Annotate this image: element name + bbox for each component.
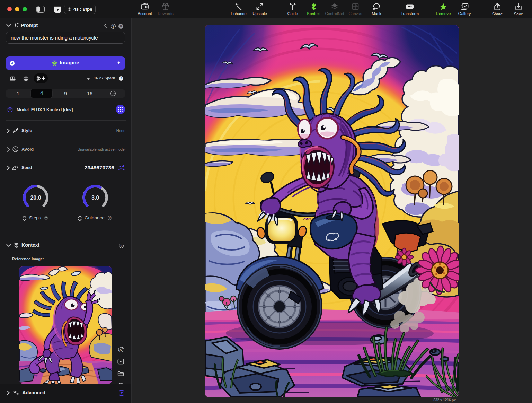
svg-text:A: A	[119, 348, 122, 352]
